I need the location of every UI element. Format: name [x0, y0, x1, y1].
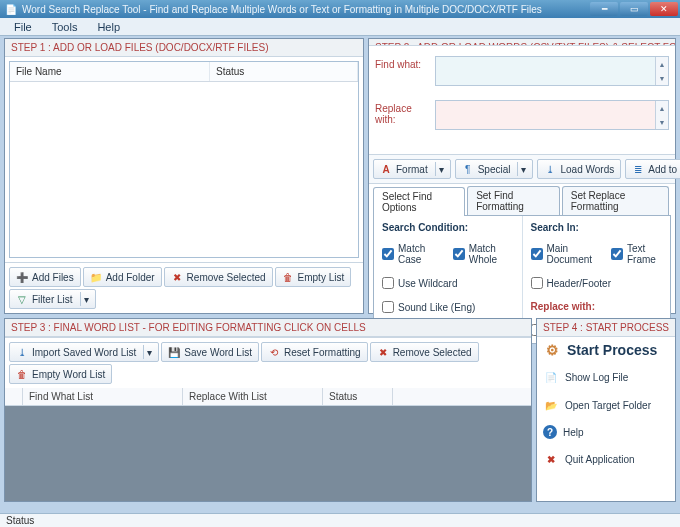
quit-label: Quit Application: [565, 454, 635, 465]
format-icon: A: [380, 163, 392, 175]
close-button[interactable]: ✕: [650, 2, 678, 16]
header-footer-checkbox[interactable]: Header/Footer: [531, 277, 611, 289]
titlebar: 📄 Word Search Replace Tool - Find and Re…: [0, 0, 680, 18]
col-status-step3[interactable]: Status: [323, 388, 393, 405]
quit-application-button[interactable]: ✖ Quit Application: [539, 445, 673, 473]
remove-selected-label: Remove Selected: [187, 272, 266, 283]
col-replace-with[interactable]: Replace With List: [183, 388, 323, 405]
add-folder-button[interactable]: 📁 Add Folder: [83, 267, 162, 287]
file-list[interactable]: File Name Status: [9, 61, 359, 258]
format-dropdown[interactable]: ▾: [435, 162, 444, 176]
add-files-icon: ➕: [16, 271, 28, 283]
match-whole-checkbox[interactable]: Match Whole: [453, 243, 514, 265]
find-what-input[interactable]: ▲ ▼: [435, 56, 669, 86]
add-files-label: Add Files: [32, 272, 74, 283]
help-button[interactable]: ? Help: [539, 419, 673, 445]
tab-set-find-formatting[interactable]: Set Find Formatting: [467, 186, 560, 215]
open-target-folder-button[interactable]: 📂 Open Target Folder: [539, 391, 673, 419]
help-icon: ?: [543, 425, 557, 439]
statusbar: Status: [0, 513, 680, 527]
status-text: Status: [6, 515, 34, 526]
find-what-spin-down[interactable]: ▼: [656, 71, 668, 85]
find-what-label: Find what:: [375, 56, 431, 70]
import-saved-word-list-button[interactable]: ⤓ Import Saved Word List ▾: [9, 342, 159, 362]
maximize-button[interactable]: ▭: [620, 2, 648, 16]
step1-panel: STEP 1 : ADD OR LOAD FILES (DOC/DOCX/RTF…: [4, 38, 364, 314]
import-saved-dropdown[interactable]: ▾: [143, 345, 152, 359]
sound-like-checkbox[interactable]: Sound Like (Eng): [382, 301, 475, 313]
load-icon: ⤓: [544, 163, 556, 175]
show-log-label: Show Log File: [565, 372, 628, 383]
find-what-spin-up[interactable]: ▲: [656, 57, 668, 71]
load-words-button[interactable]: ⤓ Load Words: [537, 159, 621, 179]
tab-select-find-options[interactable]: Select Find Options: [373, 187, 465, 216]
step2-header: STEP 2 : ADD OR LOAD WORDS (CSV/TXT FILE…: [369, 39, 675, 46]
format-label: Format: [396, 164, 428, 175]
import-saved-label: Import Saved Word List: [32, 347, 136, 358]
list-icon: ≣: [632, 163, 644, 175]
replace-with-input[interactable]: ▲ ▼: [435, 100, 669, 130]
step2-panel: STEP 2 : ADD OR LOAD WORDS (CSV/TXT FILE…: [368, 38, 676, 314]
remove-selected-step3-button[interactable]: ✖ Remove Selected: [370, 342, 479, 362]
step2-toolbar: A Format ▾ ¶ Special ▾ ⤓ Load Words ≣: [369, 154, 675, 184]
show-log-file-button[interactable]: 📄 Show Log File: [539, 363, 673, 391]
reset-formatting-button[interactable]: ⟲ Reset Formatting: [261, 342, 368, 362]
special-dropdown[interactable]: ▾: [517, 162, 526, 176]
log-icon: 📄: [543, 369, 559, 385]
remove-selected-step3-label: Remove Selected: [393, 347, 472, 358]
filter-list-dropdown[interactable]: ▾: [80, 292, 89, 306]
text-frame-checkbox[interactable]: Text Frame: [611, 243, 662, 265]
col-filename[interactable]: File Name: [10, 62, 210, 81]
replace-with-spin-down[interactable]: ▼: [656, 115, 668, 129]
replace-with-spin-up[interactable]: ▲: [656, 101, 668, 115]
match-case-checkbox[interactable]: Match Case: [382, 243, 439, 265]
minimize-button[interactable]: ━: [590, 2, 618, 16]
remove-icon: ✖: [171, 271, 183, 283]
menu-help[interactable]: Help: [87, 19, 130, 35]
special-label: Special: [478, 164, 511, 175]
wordlist-columns: Find What List Replace With List Status: [5, 388, 531, 406]
reset-formatting-label: Reset Formatting: [284, 347, 361, 358]
empty-word-list-button[interactable]: 🗑 Empty Word List: [9, 364, 112, 384]
add-files-button[interactable]: ➕ Add Files: [9, 267, 81, 287]
remove-selected-button[interactable]: ✖ Remove Selected: [164, 267, 273, 287]
remove-icon: ✖: [377, 346, 389, 358]
tab-set-replace-formatting[interactable]: Set Replace Formatting: [562, 186, 669, 215]
load-words-label: Load Words: [560, 164, 614, 175]
filter-list-button[interactable]: ▽ Filter List ▾: [9, 289, 96, 309]
start-process-button[interactable]: ⚙ Start Process: [537, 337, 675, 363]
quit-icon: ✖: [543, 451, 559, 467]
app-icon: 📄: [4, 2, 18, 16]
empty-word-list-label: Empty Word List: [32, 369, 105, 380]
import-icon: ⤓: [16, 346, 28, 358]
filter-list-label: Filter List: [32, 294, 73, 305]
word-list[interactable]: [5, 406, 531, 501]
add-folder-label: Add Folder: [106, 272, 155, 283]
col-find-what[interactable]: Find What List: [23, 388, 183, 405]
step1-header: STEP 1 : ADD OR LOAD FILES (DOC/DOCX/RTF…: [5, 39, 363, 57]
menu-tools[interactable]: Tools: [42, 19, 88, 35]
start-process-label: Start Process: [567, 342, 657, 358]
options-tabs: Select Find Options Set Find Formatting …: [369, 184, 675, 215]
empty-icon: 🗑: [282, 271, 294, 283]
use-wildcard-checkbox[interactable]: Use Wildcard: [382, 277, 457, 289]
special-button[interactable]: ¶ Special ▾: [455, 159, 534, 179]
add-to-word-list-button[interactable]: ≣ Add to Word List: [625, 159, 680, 179]
open-target-label: Open Target Folder: [565, 400, 651, 411]
empty-list-label: Empty List: [298, 272, 345, 283]
empty-list-button[interactable]: 🗑 Empty List: [275, 267, 352, 287]
save-word-list-button[interactable]: 💾 Save Word List: [161, 342, 259, 362]
search-in-title: Search In:: [523, 216, 671, 237]
add-to-word-list-label: Add to Word List: [648, 164, 680, 175]
main-document-checkbox[interactable]: Main Document: [531, 243, 597, 265]
reset-icon: ⟲: [268, 346, 280, 358]
col-status[interactable]: Status: [210, 62, 358, 81]
save-word-list-label: Save Word List: [184, 347, 252, 358]
step4-panel: STEP 4 : START PROCESS ⚙ Start Process 📄…: [536, 318, 676, 502]
format-button[interactable]: A Format ▾: [373, 159, 451, 179]
gear-icon: ⚙: [543, 341, 561, 359]
step3-header: STEP 3 : FINAL WORD LIST - FOR EDITING F…: [5, 319, 531, 337]
menu-file[interactable]: File: [4, 19, 42, 35]
filter-icon: ▽: [16, 293, 28, 305]
replace-with-label: Replace with:: [375, 100, 431, 125]
